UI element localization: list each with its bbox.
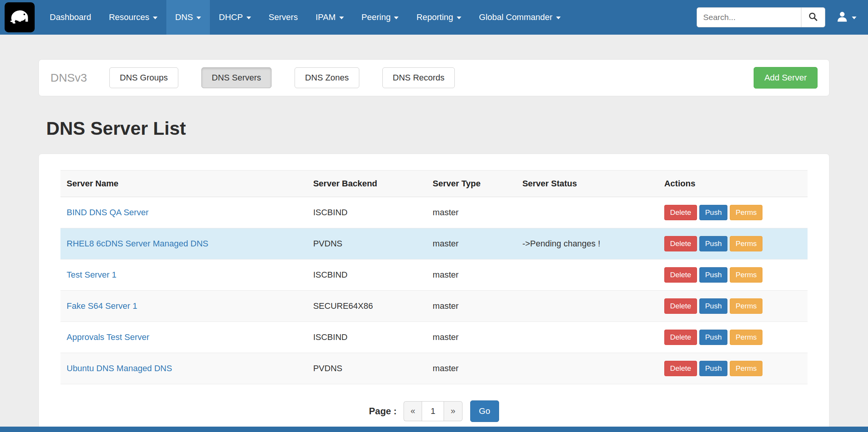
previous-page-button[interactable]: « — [404, 401, 422, 421]
perms-button[interactable]: Perms — [730, 205, 762, 220]
tab-dns-servers[interactable]: DNS Servers — [201, 67, 271, 88]
push-button[interactable]: Push — [699, 236, 727, 251]
column-header-actions: Actions — [658, 171, 808, 197]
nav-item-peering[interactable]: Peering — [353, 0, 408, 35]
server-type-cell: master — [427, 291, 516, 322]
server-backend-cell: PVDNS — [307, 228, 426, 260]
table-header-row: Server NameServer BackendServer TypeServ… — [60, 171, 808, 197]
column-header-server-backend: Server Backend — [307, 171, 426, 197]
server-status-cell — [516, 322, 658, 353]
actions-cell: DeletePushPerms — [658, 197, 808, 228]
push-button[interactable]: Push — [699, 267, 727, 283]
perms-button[interactable]: Perms — [730, 330, 762, 345]
table-row: RHEL8 6cDNS Server Managed DNS PVDNS mas… — [60, 228, 808, 260]
server-status-cell: ->Pending changes ! — [516, 228, 658, 260]
delete-button[interactable]: Delete — [664, 330, 697, 345]
navbar: Dashboard Resources DNS DHCP Servers IPA… — [0, 0, 868, 35]
actions-cell: DeletePushPerms — [658, 322, 808, 353]
server-status-cell — [516, 291, 658, 322]
nav-item-global-commander[interactable]: Global Commander — [470, 0, 570, 35]
server-name-link[interactable]: BIND DNS QA Server — [67, 208, 149, 217]
server-type-cell: master — [427, 197, 516, 228]
column-header-server-name: Server Name — [60, 171, 307, 197]
dns-tab-group: DNS GroupsDNS ServersDNS ZonesDNS Record… — [109, 67, 455, 88]
column-header-server-type: Server Type — [427, 171, 516, 197]
nav-item-reporting[interactable]: Reporting — [407, 0, 470, 35]
push-button[interactable]: Push — [699, 361, 727, 376]
push-button[interactable]: Push — [699, 330, 727, 345]
delete-button[interactable]: Delete — [664, 298, 697, 314]
delete-button[interactable]: Delete — [664, 267, 697, 283]
push-button[interactable]: Push — [699, 205, 727, 220]
table-row: Approvals Test Server ISCBIND master Del… — [60, 322, 808, 353]
brand-logo[interactable] — [5, 0, 35, 35]
column-header-server-status: Server Status — [516, 171, 658, 197]
footer-bar — [0, 427, 868, 432]
delete-button[interactable]: Delete — [664, 236, 697, 251]
nav-item-dashboard[interactable]: Dashboard — [41, 0, 100, 35]
tab-dns-groups[interactable]: DNS Groups — [109, 67, 178, 88]
chevron-down-icon — [339, 17, 344, 19]
server-name-link[interactable]: RHEL8 6cDNS Server Managed DNS — [67, 239, 208, 248]
actions-cell: DeletePushPerms — [658, 228, 808, 260]
nav-item-dhcp[interactable]: DHCP — [210, 0, 260, 35]
delete-button[interactable]: Delete — [664, 205, 697, 220]
server-name-link[interactable]: Ubuntu DNS Managed DNS — [67, 363, 172, 373]
nav-menu: Dashboard Resources DNS DHCP Servers IPA… — [41, 0, 570, 35]
server-backend-cell: SECURE64X86 — [307, 291, 426, 322]
table-row: BIND DNS QA Server ISCBIND master Delete… — [60, 197, 808, 228]
tab-dns-zones[interactable]: DNS Zones — [295, 67, 359, 88]
perms-button[interactable]: Perms — [730, 267, 762, 283]
page-title: DNS Server List — [46, 118, 829, 139]
nav-item-dns[interactable]: DNS — [166, 0, 210, 35]
actions-cell: DeletePushPerms — [658, 353, 808, 384]
server-backend-cell: ISCBIND — [307, 197, 426, 228]
dnsv3-toolbar: DNSv3 DNS GroupsDNS ServersDNS ZonesDNS … — [39, 59, 829, 96]
mammoth-logo-icon — [8, 5, 31, 30]
chevron-down-icon — [246, 17, 251, 19]
navbar-right — [697, 0, 856, 35]
server-name-link[interactable]: Fake S64 Server 1 — [67, 301, 137, 311]
next-page-button[interactable]: » — [444, 401, 462, 421]
chevron-down-icon — [556, 17, 561, 19]
user-icon — [836, 10, 848, 24]
server-type-cell: master — [427, 228, 516, 260]
server-status-cell — [516, 260, 658, 291]
server-backend-cell: PVDNS — [307, 353, 426, 384]
nav-item-ipam[interactable]: IPAM — [307, 0, 352, 35]
server-status-cell — [516, 353, 658, 384]
page-label: Page : — [369, 406, 397, 417]
server-backend-cell: ISCBIND — [307, 260, 426, 291]
page-number-input[interactable] — [422, 401, 444, 421]
server-backend-cell: ISCBIND — [307, 322, 426, 353]
perms-button[interactable]: Perms — [730, 236, 762, 251]
server-list-card: Server NameServer BackendServer TypeServ… — [39, 154, 829, 432]
chevron-down-icon — [852, 17, 856, 19]
table-row: Test Server 1 ISCBIND master DeletePushP… — [60, 260, 808, 291]
perms-button[interactable]: Perms — [730, 361, 762, 376]
go-button[interactable]: Go — [470, 400, 499, 422]
server-name-link[interactable]: Approvals Test Server — [67, 332, 149, 342]
server-type-cell: master — [427, 322, 516, 353]
nav-item-servers[interactable]: Servers — [260, 0, 307, 35]
search-button[interactable] — [801, 7, 825, 27]
search-input[interactable] — [697, 7, 801, 27]
chevron-down-icon — [394, 17, 399, 19]
search-icon — [808, 12, 818, 23]
add-server-button[interactable]: Add Server — [754, 67, 818, 89]
perms-button[interactable]: Perms — [730, 298, 762, 314]
table-row: Ubuntu DNS Managed DNS PVDNS master Dele… — [60, 353, 808, 384]
tab-dns-records[interactable]: DNS Records — [382, 67, 455, 88]
server-type-cell: master — [427, 353, 516, 384]
actions-cell: DeletePushPerms — [658, 260, 808, 291]
delete-button[interactable]: Delete — [664, 361, 697, 376]
chevron-down-icon — [457, 17, 461, 19]
user-menu[interactable] — [836, 10, 856, 24]
push-button[interactable]: Push — [699, 298, 727, 314]
nav-item-resources[interactable]: Resources — [100, 0, 166, 35]
table-row: Fake S64 Server 1 SECURE64X86 master Del… — [60, 291, 808, 322]
pagination: Page : « » Go — [60, 400, 808, 422]
toolbar-title: DNSv3 — [50, 71, 87, 84]
actions-cell: DeletePushPerms — [658, 291, 808, 322]
server-name-link[interactable]: Test Server 1 — [67, 270, 117, 280]
